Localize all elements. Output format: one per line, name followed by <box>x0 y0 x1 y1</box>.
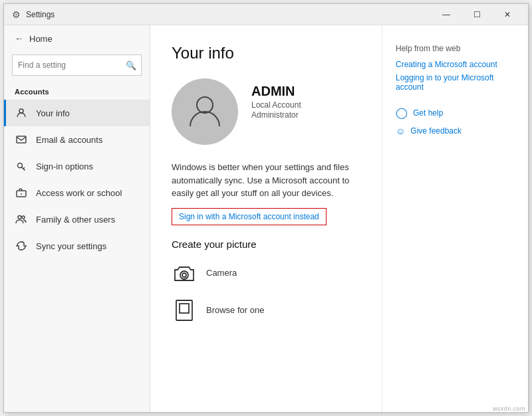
sidebar-item-sync[interactable]: Sync your settings <box>4 233 150 259</box>
sidebar-item-sign-in-options[interactable]: Sign-in options <box>4 153 150 179</box>
page-title: Your info <box>172 44 360 62</box>
svg-point-8 <box>180 271 188 279</box>
feedback-label: Give feedback <box>410 126 462 136</box>
sidebar-item-label-work: Access work or school <box>36 188 122 198</box>
profile-name: ADMIN <box>251 84 301 99</box>
create-picture-section: Create your picture Camera <box>172 239 360 323</box>
svg-point-2 <box>18 163 23 168</box>
avatar-person-icon <box>185 90 225 133</box>
key-icon <box>15 159 28 173</box>
camera-icon <box>172 260 197 286</box>
family-icon <box>15 213 28 226</box>
camera-label: Camera <box>206 268 237 278</box>
sidebar-item-label-signin: Sign-in options <box>36 161 93 171</box>
sidebar-item-access-work[interactable]: Access work or school <box>4 179 150 206</box>
sync-section: Windows is better when your settings and… <box>172 161 360 225</box>
search-icon: 🔍 <box>126 60 136 70</box>
svg-point-9 <box>182 273 186 277</box>
main-content: Your info ADMIN Local Account Administra… <box>150 25 382 412</box>
profile-role: Administrator <box>251 110 301 120</box>
svg-rect-11 <box>180 304 189 313</box>
help-title: Help from the web <box>396 44 515 53</box>
email-icon <box>15 133 28 146</box>
feedback-icon: ☺ <box>396 126 405 136</box>
svg-rect-1 <box>17 136 26 143</box>
help-divider <box>396 96 515 106</box>
sync-description: Windows is better when your settings and… <box>172 161 360 200</box>
watermark: wsxdn.com <box>493 405 525 412</box>
browse-option[interactable]: Browse for one <box>172 298 360 323</box>
back-arrow-icon: ← <box>15 33 24 44</box>
avatar <box>172 78 238 145</box>
briefcase-icon <box>15 186 28 199</box>
titlebar: ⚙ Settings — ☐ ✕ <box>4 4 528 25</box>
svg-point-5 <box>18 216 21 219</box>
sidebar-search-container: 🔍 <box>12 54 142 76</box>
settings-window: ⚙ Settings — ☐ ✕ ← Home 🔍 Accounts <box>3 3 529 413</box>
camera-option[interactable]: Camera <box>172 260 360 286</box>
sidebar-home-item[interactable]: ← Home <box>4 25 150 52</box>
give-feedback-action[interactable]: ☺ Give feedback <box>396 126 515 136</box>
get-help-icon: ◯ <box>396 106 408 119</box>
titlebar-controls: — ☐ ✕ <box>431 4 523 25</box>
sidebar-item-email-accounts[interactable]: Email & accounts <box>4 126 150 153</box>
sidebar-item-your-info[interactable]: Your info <box>4 100 150 126</box>
profile-section: ADMIN Local Account Administrator <box>172 78 360 145</box>
browse-label: Browse for one <box>206 305 264 315</box>
microsoft-signin-button[interactable]: Sign in with a Microsoft account instead <box>172 208 327 225</box>
create-picture-title: Create your picture <box>172 239 360 250</box>
your-info-icon <box>15 106 28 120</box>
settings-gear-icon: ⚙ <box>12 9 21 20</box>
sidebar: ← Home 🔍 Accounts Your info <box>4 25 150 412</box>
creating-account-link[interactable]: Creating a Microsoft account <box>396 60 515 69</box>
search-input[interactable] <box>12 54 142 76</box>
svg-point-7 <box>197 97 213 113</box>
content-area: ← Home 🔍 Accounts Your info <box>4 25 528 412</box>
sidebar-item-label-family: Family & other users <box>36 215 115 225</box>
svg-point-6 <box>22 216 25 219</box>
close-button[interactable]: ✕ <box>492 4 523 25</box>
sidebar-item-label-email: Email & accounts <box>36 135 102 145</box>
sidebar-item-label-sync: Sync your settings <box>36 241 106 251</box>
profile-account-type: Local Account <box>251 100 301 110</box>
minimize-button[interactable]: — <box>431 4 462 25</box>
right-panel: Help from the web Creating a Microsoft a… <box>382 25 528 412</box>
logging-in-link[interactable]: Logging in to your Microsoft account <box>396 73 515 92</box>
profile-info: ADMIN Local Account Administrator <box>251 78 301 120</box>
titlebar-left: ⚙ Settings <box>12 9 55 20</box>
maximize-button[interactable]: ☐ <box>462 4 492 25</box>
accounts-section-label: Accounts <box>4 84 150 100</box>
get-help-label: Get help <box>413 108 443 118</box>
sidebar-item-label-your-info: Your info <box>36 108 70 118</box>
sidebar-home-label: Home <box>29 34 53 44</box>
sync-icon <box>15 239 28 253</box>
titlebar-title: Settings <box>26 10 55 19</box>
browse-icon <box>172 298 197 323</box>
svg-point-0 <box>19 109 23 113</box>
get-help-action[interactable]: ◯ Get help <box>396 106 515 119</box>
sidebar-item-family[interactable]: Family & other users <box>4 206 150 233</box>
